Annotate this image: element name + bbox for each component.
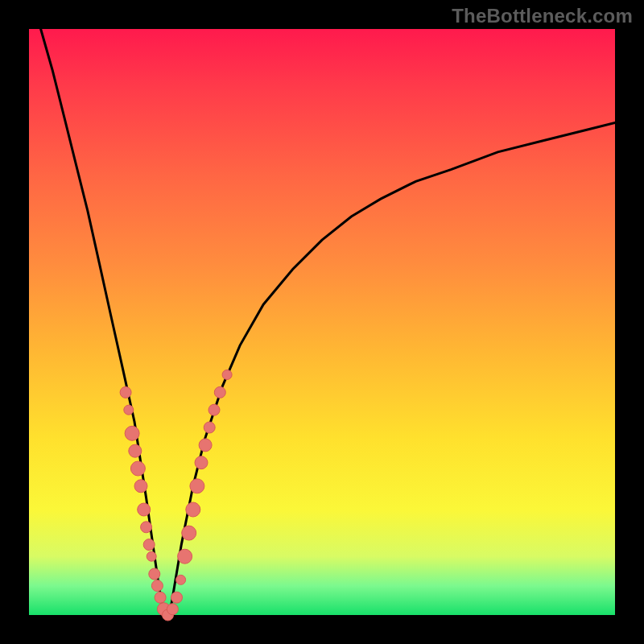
data-marker xyxy=(129,444,142,457)
curve-layer xyxy=(29,29,615,615)
data-marker xyxy=(130,461,145,476)
data-marker xyxy=(195,456,208,469)
outer-frame: TheBottleneck.com xyxy=(0,0,644,644)
data-marker xyxy=(208,404,220,415)
data-marker xyxy=(178,549,192,564)
data-marker xyxy=(199,439,212,452)
plot-area xyxy=(29,29,615,615)
data-marker xyxy=(155,592,166,603)
data-marker xyxy=(147,551,156,561)
data-marker xyxy=(186,502,200,517)
data-marker xyxy=(134,480,147,493)
data-marker xyxy=(214,386,225,398)
data-marker xyxy=(204,422,215,433)
data-marker xyxy=(151,580,163,592)
bottleneck-curve xyxy=(41,29,615,615)
data-marker xyxy=(141,522,152,533)
data-marker xyxy=(222,370,232,380)
data-marker xyxy=(149,568,160,580)
data-marker xyxy=(167,604,178,615)
data-marker xyxy=(190,479,204,493)
data-marker xyxy=(124,405,134,415)
data-marker xyxy=(125,426,139,440)
data-marker xyxy=(176,575,186,584)
data-marker xyxy=(143,539,155,551)
data-marker xyxy=(138,503,151,516)
watermark-text: TheBottleneck.com xyxy=(452,5,633,27)
data-marker xyxy=(171,592,183,603)
data-marker xyxy=(120,386,131,398)
data-marker xyxy=(182,526,196,540)
